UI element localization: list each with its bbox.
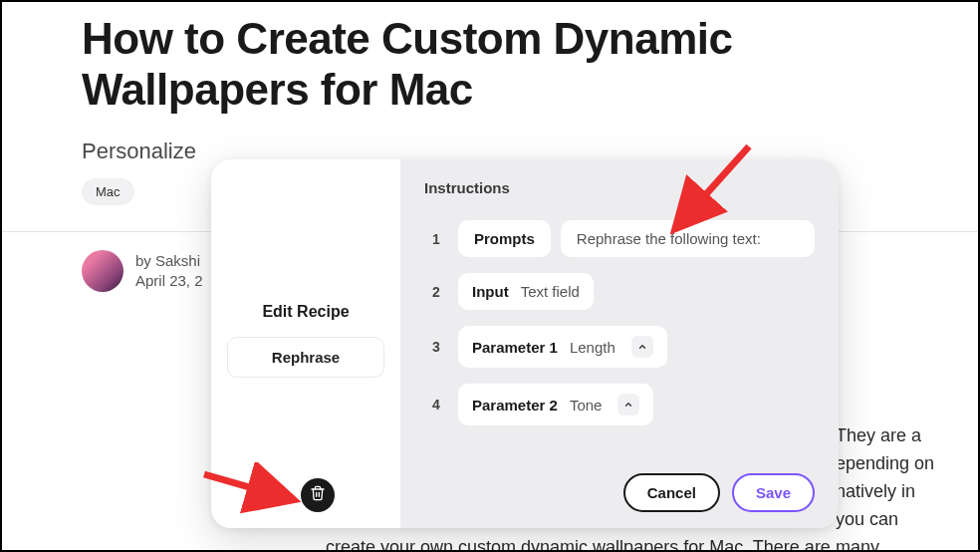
author-prefix: by (135, 252, 155, 269)
publish-date: April 23, 2 (135, 271, 203, 291)
body-text-segment: epending on (836, 450, 934, 478)
body-text-segment: create your own custom dynamic wallpaper… (326, 534, 879, 552)
parameter-1-card[interactable]: Parameter 1 Length (458, 326, 667, 368)
cancel-button[interactable]: Cancel (623, 473, 720, 512)
author-name[interactable]: Sakshi (155, 252, 200, 269)
input-label: Input (472, 283, 509, 300)
edit-recipe-modal: Edit Recipe Rephrase Instructions 1 Prom… (211, 159, 839, 528)
instruction-row-parameter-2: 4 Parameter 2 Tone (424, 384, 815, 425)
row-number: 2 (424, 284, 448, 300)
body-text-segment: They are a (836, 422, 921, 450)
recipe-item-rephrase[interactable]: Rephrase (227, 337, 384, 378)
parameter-2-label: Parameter 2 (472, 397, 558, 414)
parameter-2-value: Tone (570, 397, 603, 414)
chevron-up-icon[interactable] (631, 336, 653, 358)
page-title: How to Create Custom Dynamic Wallpapers … (82, 14, 898, 115)
chevron-up-icon[interactable] (617, 394, 639, 415)
instruction-row-prompts: 1 Prompts Rephrase the following text: (424, 220, 815, 257)
prompts-input[interactable]: Rephrase the following text: (561, 220, 815, 257)
instruction-row-parameter-1: 3 Parameter 1 Length (424, 326, 815, 368)
row-number: 3 (424, 339, 448, 355)
prompts-label: Prompts (474, 230, 535, 247)
modal-sidebar: Edit Recipe Rephrase (211, 159, 400, 528)
prompts-label-card: Prompts (458, 220, 551, 257)
parameter-1-label: Parameter 1 (472, 339, 558, 356)
row-number: 4 (424, 397, 448, 413)
row-number: 1 (424, 231, 448, 247)
parameter-1-value: Length (570, 339, 615, 356)
parameter-2-card[interactable]: Parameter 2 Tone (458, 384, 653, 425)
modal-sidebar-title: Edit Recipe (227, 303, 384, 321)
body-text-segment: you can (836, 506, 898, 534)
tag-mac[interactable]: Mac (82, 178, 134, 205)
trash-icon (310, 485, 326, 505)
avatar[interactable] (82, 250, 123, 292)
input-value: Text field (521, 283, 580, 300)
instructions-heading: Instructions (424, 179, 815, 196)
body-text-segment: natively in (836, 478, 915, 506)
save-button[interactable]: Save (732, 473, 815, 512)
input-card[interactable]: Input Text field (458, 273, 594, 310)
delete-recipe-button[interactable] (301, 478, 335, 512)
instruction-row-input: 2 Input Text field (424, 273, 815, 310)
modal-content: Instructions 1 Prompts Rephrase the foll… (400, 159, 839, 528)
